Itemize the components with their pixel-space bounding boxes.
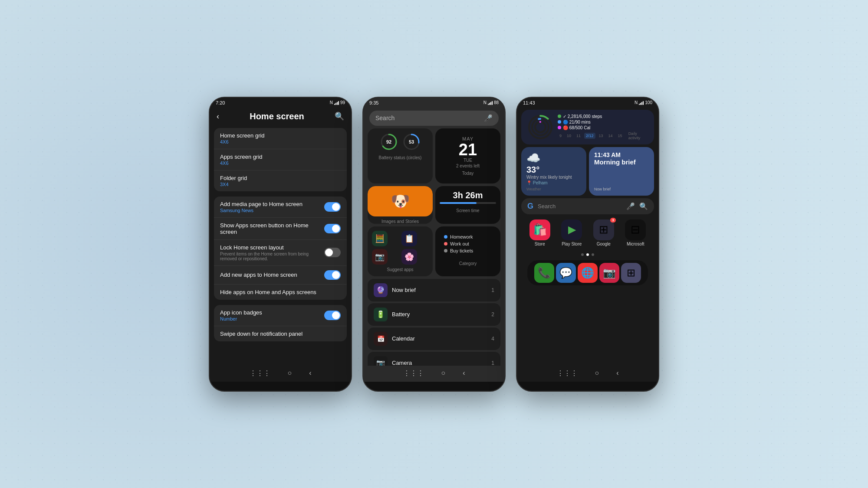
home-widgets: ✓ 2,281/6,000 steps 🔵 21/90 mins 🔴 68/50…	[517, 107, 658, 288]
signal-bars-2	[488, 101, 493, 105]
suggest-apps-widget[interactable]: 🧮 📋 📷 🌸 Suggest apps	[368, 226, 433, 276]
weather-temp: 33°	[526, 165, 581, 175]
weather-widget[interactable]: ☁️ 33° Wintry mix likely tonight 📍 Pelha…	[521, 147, 586, 196]
screen-time-bar	[440, 202, 496, 204]
phone-settings: 7:20 N 99 ‹ Home screen 🔍	[209, 97, 352, 392]
status-icons-1: N 99	[330, 100, 345, 105]
google-badge: 3	[610, 218, 615, 223]
show-apps-button-item[interactable]: Show Apps screen button on Home screen	[214, 218, 347, 240]
app-icon-badges-item[interactable]: App icon badges Number	[214, 305, 347, 326]
search-bar[interactable]: Search 🎤	[369, 111, 499, 126]
battery-text-3: 100	[645, 100, 652, 105]
health-ring	[527, 114, 553, 140]
category-workout: Work out	[444, 241, 492, 246]
home-btn-3[interactable]: ○	[595, 369, 599, 377]
search-button[interactable]: 🔍	[335, 111, 344, 121]
brief-title: Morning brief	[594, 158, 649, 166]
google-logo: G	[527, 202, 533, 211]
page-title: Home screen	[250, 111, 304, 121]
cal-dow: TUE	[464, 158, 472, 163]
back-nav-btn-3[interactable]: ‹	[616, 369, 618, 377]
list-item-camera[interactable]: 📷 Camera 1	[368, 352, 500, 366]
calendar-widget[interactable]: MAY 21 TUE 2 events left Today	[435, 128, 500, 183]
list-item-calendar[interactable]: 📅 Calendar 4	[368, 328, 500, 350]
screen-time-widget[interactable]: 3h 26m Screen time	[435, 186, 500, 224]
app-icon-calculator: 🧮	[372, 231, 388, 246]
battery-widget-label: Battery status (circles)	[379, 155, 422, 160]
recent-apps-btn-2[interactable]: ⋮⋮⋮	[403, 369, 424, 377]
back-nav-btn-2[interactable]: ‹	[463, 369, 465, 377]
phone-battery-ring: 92	[380, 133, 398, 151]
camera-count: 1	[491, 360, 494, 366]
dock-phone[interactable]: 📞	[534, 263, 554, 283]
suggest-apps-label: Suggest apps	[372, 267, 428, 272]
cloud-icon: ☁️	[526, 151, 581, 165]
hide-apps-item[interactable]: Hide apps on Home and Apps screens	[214, 285, 347, 300]
add-new-apps-toggle[interactable]	[324, 270, 341, 280]
status-bar-2: 9:35 N 88	[363, 98, 505, 107]
status-icons-2: N 88	[483, 100, 499, 105]
swipe-notification-item[interactable]: Swipe down for notification panel	[214, 326, 347, 341]
home-screen-grid-item[interactable]: Home screen grid 4X6	[214, 128, 347, 149]
signal-bars-3	[639, 101, 644, 105]
category-homework: Homework	[444, 234, 492, 239]
apps-screen-grid-item[interactable]: Apps screen grid 4X6	[214, 149, 347, 170]
images-widget[interactable]: 🐶 Images and Stories	[368, 186, 433, 224]
google-search-widget[interactable]: G Search 🎤 🔍	[521, 198, 654, 214]
play-store-app[interactable]: ▶ Play Store	[558, 219, 586, 246]
badges-toggle[interactable]	[324, 311, 341, 320]
calendar-label: Calendar	[392, 335, 487, 342]
settings-list: Home screen grid 4X6 Apps screen grid 4X…	[210, 125, 351, 344]
cal-label: Today	[462, 171, 474, 176]
dot-3	[592, 253, 594, 256]
watch-battery-ring: 53	[402, 133, 421, 151]
back-button[interactable]: ‹	[217, 112, 219, 121]
now-brief-count: 1	[491, 287, 494, 293]
home-apps-row: 🛍️ Store ▶ Play Store ⊞ 3 Google	[521, 217, 654, 249]
camera-icon: 📷	[374, 356, 388, 366]
dock-chrome[interactable]: 🌐	[578, 263, 598, 283]
lock-home-item[interactable]: Lock Home screen layout Prevent items on…	[214, 240, 347, 266]
add-media-page-item[interactable]: Add media page to Home screen Samsung Ne…	[214, 197, 347, 218]
add-media-toggle[interactable]	[324, 202, 341, 212]
nfc-icon-2: N	[483, 100, 487, 105]
widgets-grid: 92 53 Battery status (circles)	[363, 128, 505, 279]
dock-messages[interactable]: 💬	[556, 263, 576, 283]
category-widget[interactable]: Homework Work out Buy tickets Category	[435, 226, 500, 276]
battery-widget[interactable]: 92 53 Battery status (circles)	[368, 128, 433, 183]
app-icon-flower: 🌸	[401, 249, 417, 265]
search-placeholder: Search	[375, 115, 480, 121]
dock-apps-drawer[interactable]: ⊞	[621, 263, 641, 283]
dock-camera[interactable]: 📷	[599, 263, 619, 283]
app-icon-tasks: 📋	[401, 231, 417, 246]
battery-text-2: 88	[494, 100, 499, 105]
weather-location: 📍 Pelham	[526, 180, 581, 185]
show-apps-toggle[interactable]	[324, 224, 341, 233]
recent-apps-btn-1[interactable]: ⋮⋮⋮	[250, 369, 270, 377]
folder-grid-item[interactable]: Folder grid 3X4	[214, 170, 347, 191]
phone-home: 11:43 N 100	[516, 97, 659, 392]
health-widget[interactable]: ✓ 2,281/6,000 steps 🔵 21/90 mins 🔴 68/50…	[521, 110, 654, 144]
back-nav-btn-1[interactable]: ‹	[309, 369, 311, 377]
camera-search-icon[interactable]: 🔍	[639, 202, 648, 210]
list-item-battery[interactable]: 🔋 Battery 2	[368, 303, 500, 326]
microsoft-app[interactable]: ⊟ Microsoft	[621, 219, 650, 246]
nfc-icon-3: N	[635, 100, 638, 105]
brief-time: 11:43 AM	[594, 151, 649, 158]
now-brief-label: Now brief	[392, 287, 487, 293]
dog-icon: 🐶	[391, 192, 410, 210]
play-store-label: Play Store	[562, 242, 582, 246]
add-new-apps-item[interactable]: Add new apps to Home screen	[214, 266, 347, 285]
widgets-content: Search 🎤 92	[363, 107, 505, 366]
google-app[interactable]: ⊞ 3 Google	[589, 219, 618, 246]
svg-point-8	[535, 122, 546, 132]
home-btn-2[interactable]: ○	[441, 369, 446, 377]
recent-apps-btn-3[interactable]: ⋮⋮⋮	[557, 369, 578, 377]
lock-home-toggle[interactable]	[324, 248, 341, 257]
mic-icon-3[interactable]: 🎤	[626, 202, 635, 210]
home-btn-1[interactable]: ○	[288, 369, 292, 377]
store-app[interactable]: 🛍️ Store	[526, 219, 554, 246]
nav-bar-2: ⋮⋮⋮ ○ ‹	[363, 366, 505, 382]
brief-widget[interactable]: 11:43 AM Morning brief Now brief	[589, 147, 654, 196]
list-item-now-brief[interactable]: 🔮 Now brief 1	[368, 279, 500, 301]
